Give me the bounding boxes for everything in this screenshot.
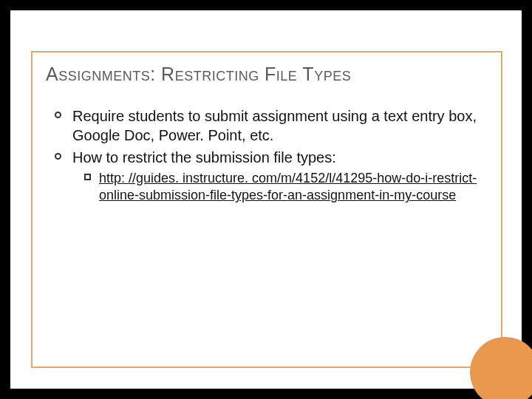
slide: Assignments: Restricting File Types Requ…: [10, 10, 522, 389]
slide-title: Assignments: Restricting File Types: [46, 64, 488, 85]
list-item: http: //guides. instructure. com/m/4152/…: [84, 170, 477, 205]
list-item: How to restrict the submission file type…: [55, 148, 477, 205]
list-item: Require students to submit assignment us…: [55, 106, 477, 145]
bullet-list: Require students to submit assignment us…: [55, 106, 477, 205]
slide-body: Require students to submit assignment us…: [55, 106, 477, 208]
sub-bullet-list: http: //guides. instructure. com/m/4152/…: [72, 170, 477, 205]
list-item-text: How to restrict the submission file type…: [72, 149, 336, 166]
help-link[interactable]: http: //guides. instructure. com/m/4152/…: [99, 171, 477, 202]
list-item-text: Require students to submit assignment us…: [72, 108, 477, 143]
inner-border: [31, 51, 502, 368]
